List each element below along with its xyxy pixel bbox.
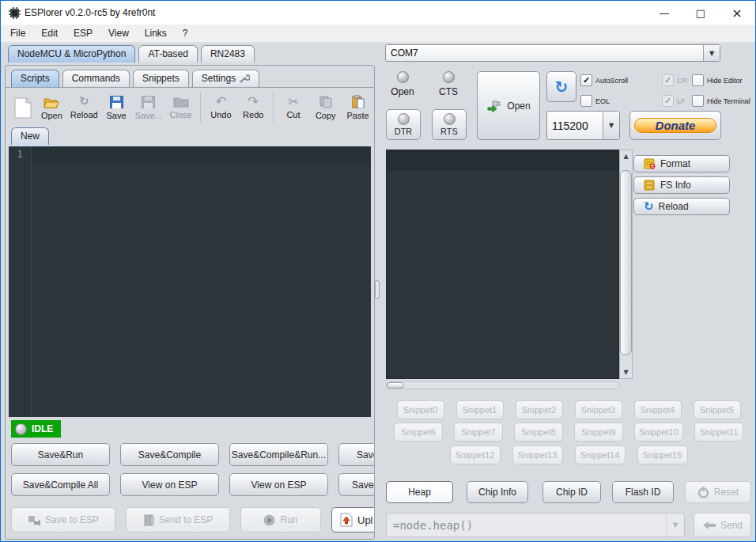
snippet8-button[interactable]: Snippet8 (514, 423, 563, 442)
close-button[interactable]: × (719, 1, 755, 25)
send-button[interactable]: Send (694, 513, 751, 537)
flash-id-button[interactable]: Flash ID (612, 481, 674, 503)
minimize-button[interactable]: — (646, 1, 682, 25)
snippet14-button[interactable]: Snippet14 (575, 445, 626, 464)
snippet13-button[interactable]: Snippet13 (512, 445, 563, 464)
view-on-esp-button-2[interactable]: View on ESP (229, 473, 328, 496)
tab-rn2483[interactable]: RN2483 (201, 45, 255, 63)
save-compile-run-button[interactable]: Save&Compile&Run... (229, 443, 328, 466)
donate-button[interactable]: Donate (629, 111, 721, 140)
fs-reload-button[interactable]: ↻ Reload (633, 198, 730, 215)
tab-snippets[interactable]: Snippets (133, 70, 189, 87)
baud-rate-select[interactable]: 115200 ▼ (546, 111, 620, 140)
menu-help[interactable]: ? (183, 28, 188, 39)
paste-button[interactable]: Paste (342, 95, 374, 120)
command-input-combo[interactable]: =node.heap() ▼ (386, 513, 685, 537)
tab-settings[interactable]: Settings (192, 70, 259, 87)
send-to-esp-button[interactable]: Send to ESP (126, 507, 230, 533)
terminal-hscroll-thumb[interactable] (387, 382, 404, 388)
new-file-button[interactable] (10, 97, 36, 119)
upload-button[interactable]: Upl (331, 507, 375, 533)
com-port-select[interactable]: COM7 ▼ (385, 44, 720, 62)
terminal-output[interactable] (386, 150, 619, 379)
menu-view[interactable]: View (108, 28, 129, 39)
view-on-esp-button[interactable]: View on ESP (120, 473, 219, 496)
reload-button[interactable]: ↻ Reload (68, 96, 100, 119)
snippet7-button[interactable]: Snippet7 (454, 423, 503, 442)
tab-scripts[interactable]: Scripts (11, 70, 59, 87)
save-run-button[interactable]: Save&Run (11, 443, 110, 466)
tab-at-based[interactable]: AT-based (138, 45, 197, 63)
hide-terminal-checkbox[interactable]: Hide Terminal (692, 95, 750, 107)
snippet2-button[interactable]: Snippet2 (516, 400, 563, 419)
save-as-button[interactable]: Save... (132, 96, 164, 120)
scroll-up-icon[interactable]: ▲ (620, 150, 632, 162)
split-divider-handle[interactable] (375, 280, 380, 299)
editor-text-area[interactable] (32, 146, 371, 417)
terminal-vertical-scrollbar[interactable]: ▲ ▼ (619, 150, 633, 379)
redo-icon: ↷ (248, 96, 259, 108)
save-button[interactable]: Save (100, 96, 133, 120)
menu-esp[interactable]: ESP (74, 28, 93, 39)
copy-button[interactable]: Copy (309, 96, 342, 120)
snippet4-button[interactable]: Snippet4 (634, 400, 682, 419)
fs-info-button[interactable]: FS Info (633, 176, 730, 194)
code-editor[interactable]: 1 (9, 146, 371, 417)
baud-dropdown-icon[interactable]: ▼ (603, 112, 619, 139)
lf-checkbox[interactable]: ✓ LF (662, 95, 686, 107)
menu-edit[interactable]: Edit (41, 28, 58, 39)
save-to-esp-button[interactable]: Save to ESP (11, 507, 115, 533)
reset-button[interactable]: Reset (685, 481, 751, 503)
cts-led-icon (443, 71, 455, 83)
file-tab-new[interactable]: New (11, 127, 49, 145)
chip-info-button[interactable]: Chip Info (467, 481, 528, 503)
cr-checkbox[interactable]: ✓ CR (662, 74, 687, 86)
snippet6-button[interactable]: Snippet6 (394, 423, 443, 442)
autoscroll-checkbox[interactable]: ✓ AutoScroll (580, 74, 628, 86)
snippet10-button[interactable]: Snippet10 (634, 423, 683, 442)
maximize-button[interactable]: □ (682, 1, 719, 25)
baud-rate-value: 115200 (547, 112, 603, 139)
format-button[interactable]: Format (633, 155, 730, 172)
save-compile-all-button[interactable]: Save&Compile All (11, 473, 110, 496)
dtr-button[interactable]: DTR (386, 109, 421, 140)
save-and-clipped-button[interactable]: Save& (338, 473, 375, 496)
snippet9-button[interactable]: Snippet9 (574, 423, 623, 442)
snippet12-button[interactable]: Snippet12 (450, 445, 501, 464)
snippets-row-1: Snippet0 Snippet1 Snippet2 Snippet3 Snip… (386, 400, 751, 419)
serial-open-button[interactable]: Open (477, 71, 540, 140)
menu-links[interactable]: Links (145, 28, 167, 39)
snippet5-button[interactable]: Snippet5 (694, 400, 741, 419)
snippet11-button[interactable]: Snippet11 (694, 423, 743, 442)
command-dropdown-icon[interactable]: ▼ (666, 514, 684, 536)
menu-file[interactable]: File (10, 28, 25, 39)
terminal-horizontal-scrollbar[interactable] (386, 381, 619, 389)
snippet15-button[interactable]: Snippet15 (637, 445, 688, 464)
snippet3-button[interactable]: Snippet3 (575, 400, 622, 419)
snippet0-button[interactable]: Snippet0 (397, 400, 444, 419)
redo-button[interactable]: ↷ Redo (237, 96, 270, 119)
eol-checkbox[interactable]: EOL (580, 95, 610, 107)
file-tabs: New (6, 127, 374, 146)
scroll-down-icon[interactable]: ▼ (620, 366, 632, 378)
snippets-row-3: Snippet12 Snippet13 Snippet14 Snippet15 (386, 445, 751, 464)
com-port-dropdown-icon[interactable]: ▼ (703, 45, 720, 61)
snippet1-button[interactable]: Snippet1 (456, 400, 504, 419)
tab-commands[interactable]: Commands (62, 70, 130, 87)
run-button[interactable]: Run (240, 507, 321, 533)
undo-button[interactable]: ↶ Undo (205, 96, 237, 119)
status-badge: IDLE (11, 420, 61, 438)
rts-button[interactable]: RTS (432, 109, 467, 140)
save-clipped-button[interactable]: Save (338, 443, 375, 466)
chip-id-button[interactable]: Chip ID (542, 481, 601, 503)
save-compile-button[interactable]: Save&Compile (120, 443, 219, 466)
heap-button[interactable]: Heap (386, 481, 453, 503)
terminal-scroll-thumb[interactable] (620, 170, 632, 355)
cut-button[interactable]: ✂ Cut (278, 96, 310, 119)
hide-editor-checkbox[interactable]: Hide Editor (692, 74, 743, 86)
open-button[interactable]: Open (36, 96, 68, 120)
close-file-button[interactable]: Close (164, 96, 197, 119)
command-input-value[interactable]: =node.heap() (387, 514, 666, 536)
tab-nodemcu-micropython[interactable]: NodeMCU & MicroPython (8, 45, 135, 63)
refresh-ports-button[interactable]: ↻ (546, 71, 576, 102)
